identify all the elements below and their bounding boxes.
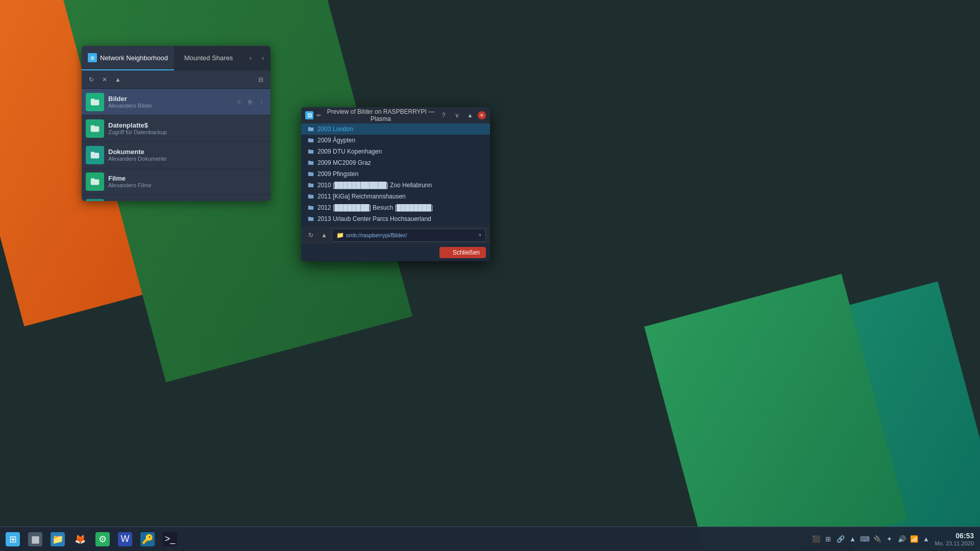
share-menu-button[interactable]: ⋮: [256, 150, 266, 160]
share-copy-button[interactable]: ⎘: [245, 150, 255, 160]
close-button[interactable]: ✕: [99, 74, 110, 85]
footer-refresh-button[interactable]: ↻: [305, 230, 316, 241]
footer-collapse-button[interactable]: ▲: [318, 230, 330, 241]
share-star-button[interactable]: ☆: [234, 177, 244, 187]
taskbar: ⊞ ▦ 📁 🦊 ⚙ W 🔑: [0, 527, 980, 551]
schliessen-button[interactable]: Schließen: [439, 247, 486, 258]
edit-icon[interactable]: ✏: [316, 112, 324, 119]
clock-date: Mo. 23.11.2020: [935, 540, 974, 546]
share-copy-button[interactable]: ⎘: [245, 97, 255, 107]
folder-item[interactable]: 2003 London: [301, 123, 490, 135]
folder-name: 2009 Ägypten: [317, 137, 355, 144]
tray-icon-volume[interactable]: 🔊: [897, 534, 906, 543]
share-item[interactable]: Filme Alexanders Filme ☆ ⎘ ⋮: [82, 168, 271, 195]
folder-name: 2010 [████████████] Zoo Hellabrunn: [317, 182, 432, 189]
help-button[interactable]: ?: [438, 110, 449, 121]
folder-item[interactable]: 2009 Ägypten: [301, 135, 490, 146]
share-name: Dokumente: [108, 148, 234, 156]
tray-icon-bluetooth[interactable]: ✦: [885, 534, 894, 543]
folder-icon: [307, 182, 314, 189]
close-window-button[interactable]: ✕: [478, 111, 486, 119]
folder-item[interactable]: 2010 [████████████] Zoo Hellabrunn: [301, 180, 490, 191]
system-clock[interactable]: 06:53 Mo. 23.11.2020: [935, 532, 974, 546]
path-bar[interactable]: 📁 smb://raspberrypi/Bilder/ ▾: [332, 229, 486, 242]
tab-spacer: [174, 46, 178, 70]
refresh-button[interactable]: ↻: [86, 74, 97, 85]
share-item[interactable]: Datenplatte$ Zugriff für Datenbackup ☆ ⎘…: [82, 115, 271, 142]
panel-nav-bar: ↻ ✕ ▲ ⊟: [82, 70, 271, 89]
app-icon-settings: ⚙: [95, 532, 110, 546]
share-star-button[interactable]: ☆: [234, 123, 244, 134]
share-item[interactable]: Bilder Alexanders Bilder ☆ ⎘ ⋮: [82, 89, 271, 115]
network-panel: ⊞ Network Neighborhood Mounted Shares ‹ …: [82, 46, 271, 201]
preview-window: 🖼 ✏ Preview of Bilder on RASPBERRYPI — P…: [301, 107, 490, 261]
share-info: Filme Alexanders Filme: [108, 174, 234, 188]
panel-tabs: ⊞ Network Neighborhood Mounted Shares ‹ …: [82, 46, 271, 70]
taskbar-apps: ⊞ ▦ 📁 🦊 ⚙ W 🔑: [0, 529, 805, 550]
app-icon-dolphin: 📁: [51, 532, 65, 546]
tray-icon-network[interactable]: 🔗: [836, 534, 845, 543]
taskbar-app-word[interactable]: W: [114, 529, 136, 550]
folder-icon: [307, 137, 314, 144]
tab-next-button[interactable]: ›: [257, 53, 268, 64]
folder-item[interactable]: 2011 [KiGa] Reichmannshausen: [301, 191, 490, 202]
close-dot: [446, 250, 451, 255]
share-list: Bilder Alexanders Bilder ☆ ⎘ ⋮ Datenplat…: [82, 89, 271, 201]
folder-item[interactable]: 2009 Pfingsten: [301, 168, 490, 180]
preview-footer: ↻ ▲ 📁 smb://raspberrypi/Bilder/ ▾: [301, 226, 490, 244]
tab-prev-button[interactable]: ‹: [245, 53, 256, 64]
share-copy-button[interactable]: ⎘: [245, 177, 255, 187]
taskbar-app-dolphin[interactable]: 📁: [47, 529, 68, 550]
path-bar-dropdown-icon: ▾: [479, 232, 481, 238]
maximize-button[interactable]: ▲: [464, 110, 476, 121]
share-menu-button[interactable]: ⋮: [256, 177, 266, 187]
folder-item[interactable]: 2012 [████████] Besuch [████████]: [301, 202, 490, 213]
share-menu-button[interactable]: ⋮: [256, 123, 266, 134]
network-tab-label: Network Neighborhood: [100, 54, 168, 62]
folder-item[interactable]: 2013 Urlaub Center Parcs Hochsauerland: [301, 213, 490, 224]
share-item[interactable]: Dokumente Alexanders Dokumente ☆ ⎘ ⋮: [82, 142, 271, 168]
view-toggle-button[interactable]: ⊟: [255, 74, 266, 85]
taskbar-app-keepass[interactable]: 🔑: [137, 529, 158, 550]
tray-icon-keyboard[interactable]: ⌨: [861, 534, 870, 543]
tray-icon-wifi[interactable]: 📶: [910, 534, 919, 543]
folder-item[interactable]: 2009 DTU Kopenhagen: [301, 146, 490, 157]
taskbar-app-taskmanager[interactable]: ▦: [24, 529, 46, 550]
panel-nav-right: ⊟: [255, 74, 266, 85]
folder-item[interactable]: 2009 MC2009 Graz: [301, 157, 490, 168]
tray-icon-usb[interactable]: 🔌: [873, 534, 882, 543]
folder-icon: [307, 148, 314, 155]
tray-icon-upload[interactable]: ▲: [848, 534, 857, 543]
schliessen-label: Schließen: [453, 249, 480, 256]
taskbar-app-settings[interactable]: ⚙: [92, 529, 113, 550]
taskbar-app-terminal[interactable]: >_: [159, 529, 181, 550]
share-desc: Zugriff für Datenbackup: [108, 129, 234, 135]
share-star-button[interactable]: ☆: [234, 150, 244, 160]
share-item[interactable]: Hoerbuecher Alexanders Hörbücher ☆ ⎘ ⋮: [82, 195, 271, 201]
tab-network-neighborhood[interactable]: ⊞ Network Neighborhood: [82, 46, 174, 70]
taskbar-app-firefox[interactable]: 🦊: [69, 529, 91, 550]
tray-icon-2[interactable]: ⊞: [824, 534, 833, 543]
share-desc: Alexanders Bilder: [108, 103, 234, 109]
share-icon: [86, 146, 104, 164]
taskbar-app-grid[interactable]: ⊞: [2, 529, 23, 550]
share-menu-button[interactable]: ⋮: [256, 97, 266, 107]
folder-icon: [307, 159, 314, 166]
titlebar-controls: ? ∨ ▲ ✕: [438, 110, 486, 121]
path-bar-folder-icon: 📁: [336, 232, 344, 239]
share-icon: [86, 119, 104, 138]
share-info: Bilder Alexanders Bilder: [108, 95, 234, 109]
share-copy-button[interactable]: ⎘: [245, 123, 255, 134]
folder-name: 2013 Urlaub Center Parcs Hochsauerland: [317, 215, 431, 222]
tray-icon-battery[interactable]: ▲: [922, 534, 931, 543]
app-icon-terminal: >_: [163, 532, 177, 546]
tab-mounted-shares[interactable]: Mounted Shares: [178, 46, 239, 70]
app-icon-firefox: 🦊: [73, 532, 87, 546]
share-icon: [86, 172, 104, 191]
clock-time: 06:53: [935, 532, 974, 540]
share-star-button[interactable]: ☆: [234, 97, 244, 107]
tray-icon-1[interactable]: ⬛: [812, 534, 821, 543]
path-bar-text: smb://raspberrypi/Bilder/: [346, 232, 477, 238]
minimize-button[interactable]: ∨: [451, 110, 462, 121]
collapse-button[interactable]: ▲: [112, 74, 124, 85]
